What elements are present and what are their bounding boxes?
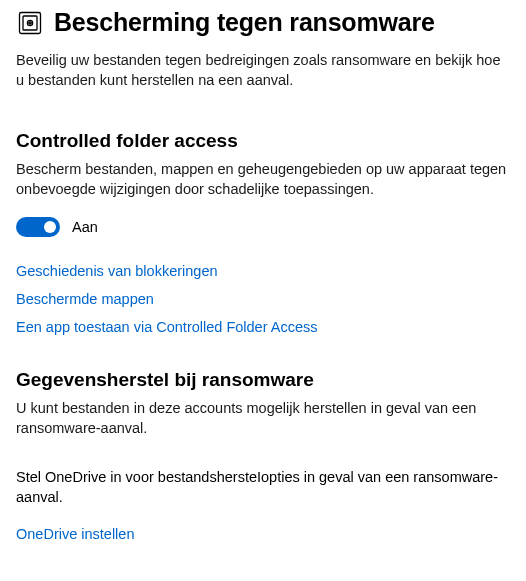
block-history-link[interactable]: Geschiedenis van blokkeringen [16,263,510,279]
onedrive-setup-link[interactable]: OneDrive instellen [16,526,510,542]
ransomware-shield-icon [16,9,44,37]
protected-folders-link[interactable]: Beschermde mappen [16,291,510,307]
onedrive-setup-text: Stel OneDrive in voor bestandshersteIopt… [16,468,510,507]
cfa-toggle-label: Aan [72,219,98,235]
cfa-toggle[interactable] [16,217,60,237]
page-title: Bescherming tegen ransomware [54,8,435,37]
cfa-section-description: Bescherm bestanden, mappen en geheugenge… [16,160,510,199]
allow-app-link[interactable]: Een app toestaan via Controlled Folder A… [16,319,510,335]
recovery-section-description: U kunt bestanden in deze accounts mogeli… [16,399,510,438]
cfa-section-title: Controlled folder access [16,130,510,152]
toggle-knob [44,221,56,233]
page-header: Bescherming tegen ransomware [16,8,510,37]
cfa-links: Geschiedenis van blokkeringen Beschermde… [16,263,510,335]
recovery-section-title: Gegevensherstel bij ransomware [16,369,510,391]
page-description: Beveilig uw bestanden tegen bedreigingen… [16,51,510,90]
cfa-toggle-row: Aan [16,217,510,237]
